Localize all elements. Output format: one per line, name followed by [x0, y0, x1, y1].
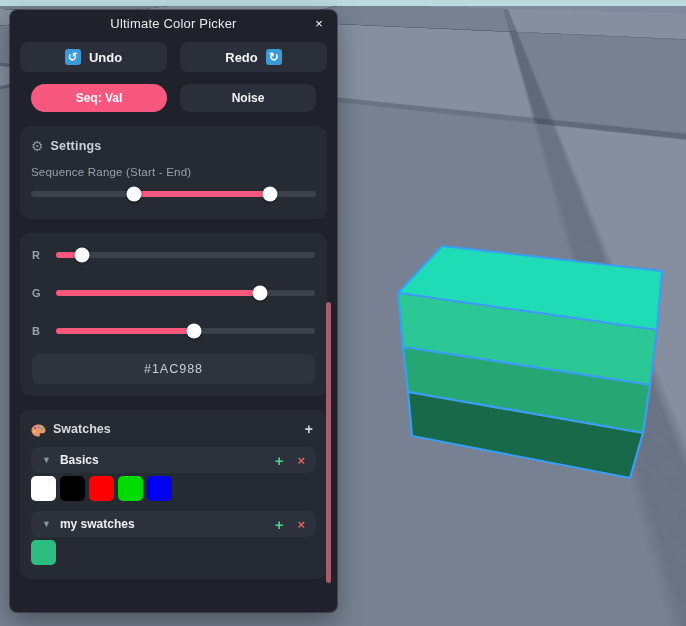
panel-scrollbar[interactable] [326, 302, 331, 583]
blue-fill [56, 328, 194, 334]
range-start-handle[interactable] [126, 187, 141, 202]
hex-value-field[interactable]: #1AC988 [32, 354, 315, 384]
rgb-card: R G B #1AC988 [20, 233, 327, 396]
swatch-white[interactable] [31, 476, 56, 501]
titlebar: Ultimate Color Picker × [10, 10, 337, 37]
sequence-range-slider[interactable] [31, 186, 316, 202]
green-handle[interactable] [253, 286, 268, 301]
red-slider[interactable] [56, 247, 315, 263]
close-icon[interactable]: × [310, 14, 328, 32]
swatch-black[interactable] [60, 476, 85, 501]
swatches-title: Swatches [53, 422, 111, 436]
collapse-icon[interactable]: ▼ [42, 519, 51, 529]
green-slider[interactable] [56, 285, 315, 301]
swatches-header: Swatches + [31, 421, 316, 437]
tab-noise[interactable]: Noise [180, 84, 316, 112]
group-delete-icon[interactable]: × [297, 517, 305, 532]
undo-icon: ↺ [65, 49, 81, 65]
group-name-basics: Basics [60, 453, 99, 467]
window-title: Ultimate Color Picker [110, 16, 236, 31]
settings-header: ⚙ Settings [31, 139, 316, 153]
swatch-green[interactable] [118, 476, 143, 501]
red-slider-row: R [32, 236, 315, 274]
tab-seq-val[interactable]: Seq: Val [31, 84, 167, 112]
history-row: ↺ Undo Redo ↻ [20, 42, 327, 72]
blue-slider[interactable] [56, 323, 315, 339]
group-name-my-swatches: my swatches [60, 517, 135, 531]
color-picker-window: Ultimate Color Picker × ↺ Undo Redo ↻ Se… [10, 10, 337, 612]
sequence-range-label: Sequence Range (Start - End) [31, 166, 316, 178]
red-track[interactable] [56, 252, 315, 258]
red-handle[interactable] [75, 248, 90, 263]
group-delete-icon[interactable]: × [297, 453, 305, 468]
group-bar-basics[interactable]: ▼ Basics + × [31, 447, 316, 473]
redo-button[interactable]: Redo ↻ [180, 42, 327, 72]
my-swatches-row [31, 540, 316, 565]
blue-label: B [32, 325, 46, 337]
collapse-icon[interactable]: ▼ [42, 455, 51, 465]
gear-icon: ⚙ [31, 139, 44, 153]
redo-label: Redo [225, 50, 258, 65]
green-fill [56, 290, 260, 296]
group-add-icon[interactable]: + [275, 452, 284, 469]
green-label: G [32, 287, 46, 299]
blue-handle[interactable] [187, 324, 202, 339]
add-palette-button[interactable]: + [302, 421, 316, 437]
settings-card: ⚙ Settings Sequence Range (Start - End) [20, 126, 327, 219]
green-slider-row: G [32, 274, 315, 312]
swatch-red[interactable] [89, 476, 114, 501]
group-bar-my-swatches[interactable]: ▼ my swatches + × [31, 511, 316, 537]
mode-tabs: Seq: Val Noise [31, 84, 316, 112]
swatches-card: Swatches + ▼ Basics + × ▼ my swatches + … [20, 410, 327, 579]
swatch-custom-green[interactable] [31, 540, 56, 565]
group-add-icon[interactable]: + [275, 516, 284, 533]
undo-label: Undo [89, 50, 122, 65]
basics-swatch-row [31, 476, 316, 501]
redo-icon: ↻ [266, 49, 282, 65]
red-label: R [32, 249, 46, 261]
range-end-handle[interactable] [263, 187, 278, 202]
settings-title: Settings [51, 139, 102, 153]
swatch-blue[interactable] [147, 476, 172, 501]
range-fill [134, 191, 271, 197]
blue-slider-row: B [32, 312, 315, 350]
undo-button[interactable]: ↺ Undo [20, 42, 167, 72]
palette-icon [31, 423, 46, 436]
